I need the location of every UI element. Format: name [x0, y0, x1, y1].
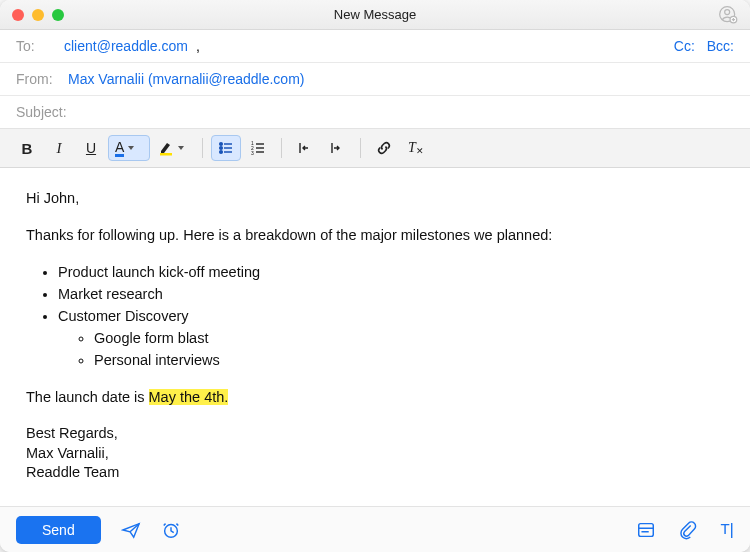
text-format-icon[interactable]: T| — [720, 520, 734, 540]
list-item: Customer Discovery Google form blast Per… — [58, 306, 724, 371]
svg-point-1 — [725, 9, 730, 14]
window-controls — [12, 9, 64, 21]
compose-window: New Message To: client@readdle.com, Cc: … — [0, 0, 750, 552]
window-title: New Message — [0, 7, 750, 22]
format-toolbar: B I U A 123 T✕ — [0, 129, 750, 168]
bottom-bar: Send T| — [0, 506, 750, 552]
from-value[interactable]: Max Varnalii (mvarnalii@readdle.com) — [68, 71, 304, 87]
to-recipient[interactable]: client@readdle.com — [64, 38, 188, 54]
svg-point-6 — [220, 143, 223, 146]
body-intro: Thanks for following up. Here is a break… — [26, 225, 724, 246]
text-color-button[interactable]: A — [108, 135, 150, 161]
to-label: To: — [16, 38, 56, 54]
list-item: Personal interviews — [94, 350, 724, 371]
from-row[interactable]: From: Max Varnalii (mvarnalii@readdle.co… — [0, 63, 750, 96]
chevron-down-icon — [178, 146, 184, 150]
to-separator: , — [196, 38, 200, 54]
numbered-list-button[interactable]: 123 — [243, 135, 273, 161]
sig-line: Best Regards, — [26, 425, 118, 441]
cc-bcc-group: Cc: Bcc: — [674, 38, 734, 54]
underline-button[interactable]: U — [76, 135, 106, 161]
clear-formatting-button[interactable]: T✕ — [401, 135, 431, 161]
list-item-label: Customer Discovery — [58, 308, 189, 324]
highlighted-text: May the 4th. — [149, 389, 229, 405]
sig-line: Readdle Team — [26, 464, 119, 480]
from-label: From: — [16, 71, 60, 87]
chevron-down-icon — [128, 146, 134, 150]
outdent-button[interactable] — [290, 135, 320, 161]
to-row[interactable]: To: client@readdle.com, Cc: Bcc: — [0, 30, 750, 63]
launch-pre: The launch date is — [26, 389, 149, 405]
italic-button[interactable]: I — [44, 135, 74, 161]
sig-line: Max Varnalii, — [26, 445, 109, 461]
template-icon[interactable] — [636, 520, 656, 540]
bcc-button[interactable]: Bcc: — [707, 38, 734, 54]
svg-point-8 — [220, 151, 223, 154]
svg-rect-5 — [160, 153, 172, 156]
reminder-icon[interactable] — [161, 520, 181, 540]
add-contact-icon[interactable] — [718, 5, 738, 25]
body-greeting: Hi John, — [26, 188, 724, 209]
message-body[interactable]: Hi John, Thanks for following up. Here i… — [0, 168, 750, 506]
cc-button[interactable]: Cc: — [674, 38, 695, 54]
separator — [202, 138, 203, 158]
header-fields: To: client@readdle.com, Cc: Bcc: From: M… — [0, 30, 750, 129]
indent-button[interactable] — [322, 135, 352, 161]
send-button[interactable]: Send — [16, 516, 101, 544]
titlebar: New Message — [0, 0, 750, 30]
close-window-button[interactable] — [12, 9, 24, 21]
zoom-window-button[interactable] — [52, 9, 64, 21]
bullet-list-button[interactable] — [211, 135, 241, 161]
signature: Best Regards, Max Varnalii, Readdle Team — [26, 424, 724, 483]
separator — [281, 138, 282, 158]
body-sublist: Google form blast Personal interviews — [94, 328, 724, 371]
svg-rect-21 — [639, 523, 654, 536]
list-item: Google form blast — [94, 328, 724, 349]
send-later-icon[interactable] — [121, 521, 141, 539]
bold-button[interactable]: B — [12, 135, 42, 161]
subject-input[interactable] — [75, 104, 734, 120]
minimize-window-button[interactable] — [32, 9, 44, 21]
list-item: Market research — [58, 284, 724, 305]
separator — [360, 138, 361, 158]
highlight-color-button[interactable] — [152, 135, 194, 161]
attachment-icon[interactable] — [678, 520, 698, 540]
svg-point-7 — [220, 147, 223, 150]
body-bullet-list: Product launch kick-off meeting Market r… — [58, 262, 724, 371]
body-launch-line: The launch date is May the 4th. — [26, 387, 724, 408]
svg-text:3: 3 — [251, 150, 254, 156]
list-item: Product launch kick-off meeting — [58, 262, 724, 283]
link-button[interactable] — [369, 135, 399, 161]
subject-label: Subject: — [16, 104, 67, 120]
subject-row[interactable]: Subject: — [0, 96, 750, 128]
